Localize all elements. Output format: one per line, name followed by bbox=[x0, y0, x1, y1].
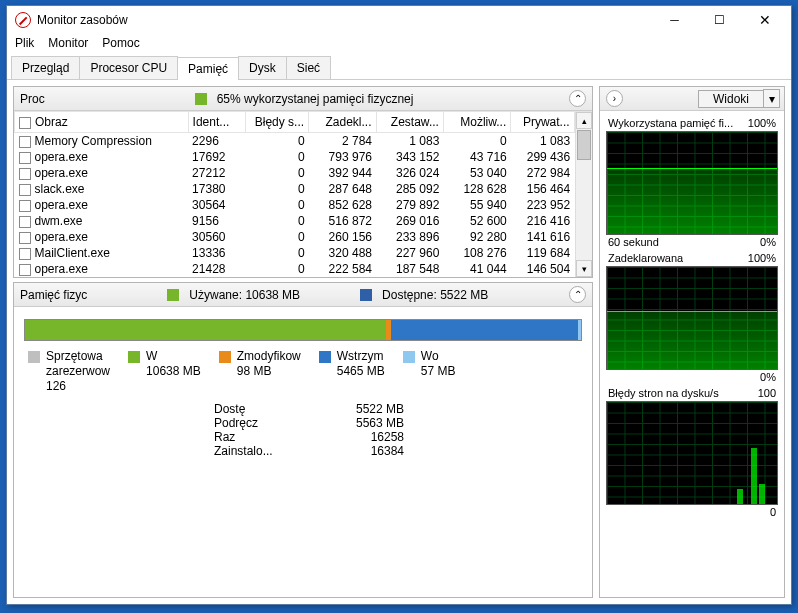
checkbox[interactable] bbox=[19, 216, 31, 228]
checkbox[interactable] bbox=[19, 184, 31, 196]
window-title: Monitor zasobów bbox=[37, 13, 652, 27]
right-pane: › Widoki ▾ Wykorzystana pamięć fi... 100… bbox=[599, 86, 785, 598]
tab-disk[interactable]: Dysk bbox=[238, 56, 287, 79]
used-swatch-icon bbox=[167, 289, 179, 301]
graph-foot-r: 0 bbox=[770, 506, 776, 518]
graph-foot-r: 0% bbox=[760, 371, 776, 383]
checkbox[interactable] bbox=[19, 152, 31, 164]
swatch-icon bbox=[219, 351, 231, 363]
col-commit[interactable]: Zadekl... bbox=[309, 112, 376, 133]
close-button[interactable]: ✕ bbox=[742, 6, 787, 34]
table-header-row: Obraz Ident... Błędy s... Zadekl... Zest… bbox=[15, 112, 592, 133]
graph-title: Wykorzystana pamięć fi... bbox=[608, 117, 733, 129]
swatch-icon bbox=[319, 351, 331, 363]
graph-max: 100% bbox=[748, 117, 776, 129]
graph-canvas bbox=[606, 131, 778, 235]
col-image[interactable]: Obraz bbox=[15, 112, 189, 133]
legend-item: W10638 MB bbox=[128, 349, 201, 394]
swatch-icon bbox=[128, 351, 140, 363]
used-label: Używane: 10638 MB bbox=[189, 288, 300, 302]
swatch-icon bbox=[28, 351, 40, 363]
table-row[interactable]: MailClient.exe133360320 488227 960108 27… bbox=[15, 245, 592, 261]
table-row[interactable]: opera.exe305600260 156233 89692 280141 6… bbox=[15, 229, 592, 245]
memory-header[interactable]: Pamięć fizyc Używane: 10638 MB Dostępne:… bbox=[14, 283, 592, 307]
checkbox[interactable] bbox=[19, 136, 31, 148]
scroll-thumb[interactable] bbox=[577, 130, 591, 160]
menubar: Plik Monitor Pomoc bbox=[7, 34, 791, 56]
processes-header[interactable]: Proc 65% wykorzystanej pamięci fizycznej… bbox=[14, 87, 592, 111]
table-row[interactable]: dwm.exe91560516 872269 01652 600216 416 bbox=[15, 213, 592, 229]
graph-title: Zadeklarowana bbox=[608, 252, 683, 264]
content: Proc 65% wykorzystanej pamięci fizycznej… bbox=[7, 80, 791, 604]
graph-foot-r: 0% bbox=[760, 236, 776, 248]
col-shareable[interactable]: Możliw... bbox=[443, 112, 510, 133]
legend-item: Wo57 MB bbox=[403, 349, 456, 394]
menu-monitor[interactable]: Monitor bbox=[48, 36, 88, 50]
menu-pomoc[interactable]: Pomoc bbox=[102, 36, 139, 50]
scrollbar[interactable]: ▴ ▾ bbox=[575, 112, 592, 277]
views-dropdown-icon[interactable]: ▾ bbox=[763, 89, 780, 108]
table-row[interactable]: slack.exe173800287 648285 092128 628156 … bbox=[15, 181, 592, 197]
collapse-button[interactable]: ⌃ bbox=[569, 286, 586, 303]
col-workingset[interactable]: Zestaw... bbox=[376, 112, 443, 133]
legend-item: Sprzętowazarezerwow126 bbox=[28, 349, 110, 394]
scroll-down-button[interactable]: ▾ bbox=[576, 260, 592, 277]
graph-title: Błędy stron na dysku/s bbox=[608, 387, 719, 399]
col-pid[interactable]: Ident... bbox=[188, 112, 245, 133]
memory-legend: Sprzętowazarezerwow126W10638 MBZmodyfiko… bbox=[14, 349, 592, 402]
window: Monitor zasobów ─ ☐ ✕ Plik Monitor Pomoc… bbox=[6, 5, 792, 605]
minimize-button[interactable]: ─ bbox=[652, 6, 697, 34]
usage-swatch-icon bbox=[195, 93, 207, 105]
scroll-up-button[interactable]: ▴ bbox=[576, 112, 592, 129]
graph-max: 100% bbox=[748, 252, 776, 264]
table-row[interactable]: opera.exe272120392 944326 02453 040272 9… bbox=[15, 165, 592, 181]
graph-canvas bbox=[606, 266, 778, 370]
memory-panel: Pamięć fizyc Używane: 10638 MB Dostępne:… bbox=[13, 282, 593, 598]
process-table: Obraz Ident... Błędy s... Zadekl... Zest… bbox=[14, 111, 592, 277]
graphs: Wykorzystana pamięć fi... 100% 60 sekund… bbox=[600, 111, 784, 597]
graph-foot-l: 60 sekund bbox=[608, 236, 659, 248]
processes-panel: Proc 65% wykorzystanej pamięci fizycznej… bbox=[13, 86, 593, 278]
checkbox[interactable] bbox=[19, 200, 31, 212]
table-row[interactable]: Memory Compression229602 7841 08301 083 bbox=[15, 133, 592, 150]
menu-plik[interactable]: Plik bbox=[15, 36, 34, 50]
maximize-button[interactable]: ☐ bbox=[697, 6, 742, 34]
right-header: › Widoki ▾ bbox=[600, 87, 784, 111]
checkbox[interactable] bbox=[19, 248, 31, 260]
expand-button[interactable]: › bbox=[606, 90, 623, 107]
table-row[interactable]: opera.exe305640852 628279 89255 940223 9… bbox=[15, 197, 592, 213]
memory-bar bbox=[24, 319, 582, 341]
legend-item: Zmodyfikow98 MB bbox=[219, 349, 301, 394]
table-row[interactable]: opera.exe176920793 976343 15243 716299 4… bbox=[15, 149, 592, 165]
graph-canvas bbox=[606, 401, 778, 505]
tab-network[interactable]: Sieć bbox=[286, 56, 331, 79]
checkbox[interactable] bbox=[19, 232, 31, 244]
titlebar[interactable]: Monitor zasobów ─ ☐ ✕ bbox=[7, 6, 791, 34]
views-button[interactable]: Widoki bbox=[698, 90, 764, 108]
memory-title: Pamięć fizyc bbox=[20, 288, 87, 302]
checkbox[interactable] bbox=[19, 168, 31, 180]
processes-title: Proc bbox=[20, 92, 45, 106]
left-pane: Proc 65% wykorzystanej pamięci fizycznej… bbox=[13, 86, 593, 598]
graph-page-faults: Błędy stron na dysku/s 100 0 bbox=[606, 387, 778, 518]
graph-used-memory: Wykorzystana pamięć fi... 100% 60 sekund… bbox=[606, 117, 778, 248]
avail-swatch-icon bbox=[360, 289, 372, 301]
collapse-button[interactable]: ⌃ bbox=[569, 90, 586, 107]
summary-row: Dostę5522 MB bbox=[214, 402, 592, 416]
graph-max: 100 bbox=[758, 387, 776, 399]
tab-overview[interactable]: Przegląd bbox=[11, 56, 80, 79]
checkbox[interactable] bbox=[19, 264, 31, 276]
tab-memory[interactable]: Pamięć bbox=[177, 57, 239, 80]
summary-row: Raz16258 bbox=[214, 430, 592, 444]
checkbox[interactable] bbox=[19, 117, 31, 129]
memory-summary: Dostę5522 MBPodręcz5563 MBRaz16258Zainst… bbox=[14, 402, 592, 458]
swatch-icon bbox=[403, 351, 415, 363]
summary-row: Zainstalo...16384 bbox=[214, 444, 592, 458]
table-row[interactable]: opera.exe214280222 584187 54841 044146 5… bbox=[15, 261, 592, 277]
usage-text: 65% wykorzystanej pamięci fizycznej bbox=[217, 92, 414, 106]
avail-label: Dostępne: 5522 MB bbox=[382, 288, 488, 302]
app-icon bbox=[15, 12, 31, 28]
col-private[interactable]: Prywat... bbox=[511, 112, 574, 133]
tab-cpu[interactable]: Procesor CPU bbox=[79, 56, 178, 79]
col-faults[interactable]: Błędy s... bbox=[245, 112, 308, 133]
